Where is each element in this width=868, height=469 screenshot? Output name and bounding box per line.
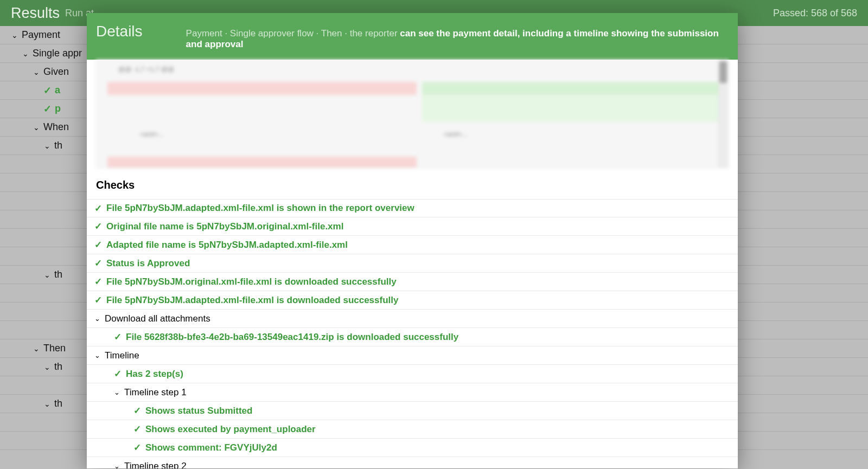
check-pass-item[interactable]: ✓Adapted file name is 5pN7bySbJM.adapted… (87, 236, 738, 254)
check-label: Timeline (105, 350, 139, 361)
chevron-down-icon: ⌄ (33, 344, 40, 353)
check-pass-item[interactable]: ✓Shows comment: FGVYjUly2d (87, 439, 738, 457)
diff-added-block (422, 95, 726, 122)
diff-removed-line (107, 82, 417, 95)
check-icon: ✓ (43, 103, 52, 115)
check-group-item[interactable]: ⌄Timeline step 1 (87, 383, 738, 402)
chevron-down-icon: ⌄ (22, 49, 29, 58)
breadcrumb-prefix: Payment · Single approver flow · Then · … (186, 28, 400, 38)
tree-item-label: Then (43, 343, 66, 354)
check-label: Timeline step 2 (124, 461, 187, 469)
checks-heading: Checks (87, 174, 738, 199)
check-label: Shows comment: FGVYjUly2d (145, 442, 277, 453)
check-icon: ✓ (133, 405, 141, 416)
diff-viewer[interactable]: @@ -1,7 +1,7 @@ <xml>... <xml>... (96, 60, 729, 168)
chevron-down-icon: ⌄ (33, 68, 40, 76)
tree-item-label: th (54, 269, 62, 280)
check-group-item[interactable]: ⌄Timeline (87, 346, 738, 365)
breadcrumb: Payment · Single approver flow · Then · … (186, 28, 729, 50)
chevron-down-icon: ⌄ (33, 123, 40, 132)
chevron-down-icon: ⌄ (11, 31, 18, 40)
diff-removed-line-2 (107, 157, 417, 168)
check-icon: ✓ (94, 276, 102, 287)
check-icon: ✓ (94, 294, 102, 306)
check-pass-item[interactable]: ✓File 5pN7bySbJM.adapted.xml-file.xml is… (87, 199, 738, 217)
diff-scrollbar-thumb[interactable] (719, 61, 727, 83)
check-label: File 5pN7bySbJM.adapted.xml-file.xml is … (106, 203, 414, 214)
tree-item-label: a (55, 85, 60, 96)
check-icon: ✓ (94, 203, 102, 214)
tree-item-label: Payment (22, 29, 60, 41)
check-pass-item[interactable]: ✓File 5pN7bySbJM.adapted.xml-file.xml is… (87, 291, 738, 310)
details-header: Details Payment · Single approver flow ·… (87, 13, 738, 60)
pass-count: Passed: 568 of 568 (773, 8, 857, 19)
chevron-down-icon: ⌄ (114, 388, 120, 396)
check-icon: ✓ (94, 239, 102, 250)
chevron-down-icon: ⌄ (43, 400, 51, 408)
check-pass-item[interactable]: ✓Has 2 step(s) (87, 365, 738, 383)
check-icon: ✓ (94, 221, 102, 232)
chevron-down-icon: ⌄ (43, 363, 51, 371)
check-label: File 5628f38b-bfe3-4e2b-ba69-13549eac141… (126, 332, 458, 343)
check-group-item[interactable]: ⌄Timeline step 2 (87, 457, 738, 468)
chevron-down-icon: ⌄ (94, 314, 100, 323)
chevron-down-icon: ⌄ (114, 462, 120, 468)
check-pass-item[interactable]: ✓File 5pN7bySbJM.original.xml-file.xml i… (87, 273, 738, 291)
check-label: Original file name is 5pN7bySbJM.origina… (106, 221, 343, 232)
check-pass-item[interactable]: ✓Shows status Submitted (87, 402, 738, 420)
chevron-down-icon: ⌄ (43, 142, 51, 150)
check-group-item[interactable]: ⌄Download all attachments (87, 310, 738, 328)
tree-item-label: th (54, 361, 62, 372)
check-icon: ✓ (133, 442, 141, 453)
check-label: File 5pN7bySbJM.original.xml-file.xml is… (106, 277, 397, 287)
check-icon: ✓ (94, 258, 102, 269)
tree-item-label: p (55, 103, 61, 114)
tree-item-label: Given (43, 66, 69, 78)
chevron-down-icon: ⌄ (94, 351, 100, 359)
diff-added-line (422, 82, 726, 95)
check-label: File 5pN7bySbJM.adapted.xml-file.xml is … (106, 295, 398, 306)
check-icon: ✓ (133, 423, 141, 435)
check-label: Shows executed by payment_uploader (145, 424, 316, 435)
tree-item-label: Single appr (33, 48, 82, 59)
check-label: Status is Approved (106, 258, 190, 269)
details-title: Details (96, 23, 143, 40)
check-icon: ✓ (114, 368, 122, 380)
checks-list: ✓File 5pN7bySbJM.adapted.xml-file.xml is… (87, 199, 738, 468)
tree-item-label: th (54, 398, 62, 409)
check-label: Download all attachments (105, 313, 210, 324)
check-pass-item[interactable]: ✓File 5628f38b-bfe3-4e2b-ba69-13549eac14… (87, 328, 738, 346)
diff-scrollbar[interactable] (718, 60, 728, 168)
check-label: Shows status Submitted (145, 406, 252, 416)
check-pass-item[interactable]: ✓Original file name is 5pN7bySbJM.origin… (87, 217, 738, 236)
check-label: Has 2 step(s) (126, 369, 183, 380)
check-label: Timeline step 1 (124, 387, 187, 398)
page-title: Results (11, 5, 60, 22)
check-label: Adapted file name is 5pN7bySbJM.adapted.… (106, 240, 348, 250)
chevron-down-icon: ⌄ (43, 271, 51, 279)
check-icon: ✓ (43, 85, 52, 97)
check-icon: ✓ (114, 331, 122, 343)
check-pass-item[interactable]: ✓Shows executed by payment_uploader (87, 420, 738, 439)
details-modal: Details Payment · Single approver flow ·… (87, 13, 738, 468)
tree-item-label: When (43, 121, 69, 133)
check-pass-item[interactable]: ✓Status is Approved (87, 254, 738, 273)
tree-item-label: th (54, 140, 62, 151)
